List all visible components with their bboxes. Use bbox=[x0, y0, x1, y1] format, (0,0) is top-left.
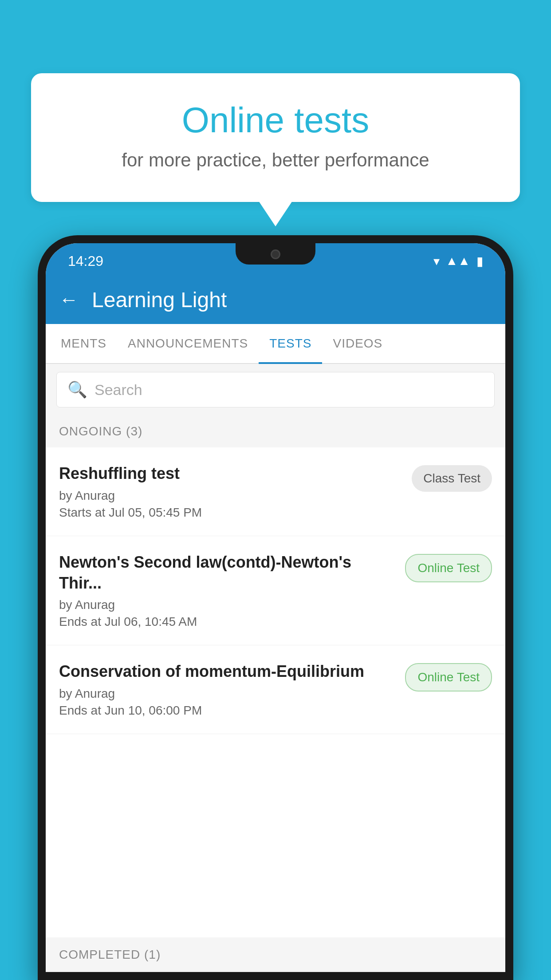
search-icon: 🔍 bbox=[67, 380, 87, 399]
phone-frame: 14:29 ▾ ▲▲ ▮ ← Learning Light MENTS ANNO… bbox=[38, 235, 513, 980]
test-name-2: Newton's Second law(contd)-Newton's Thir… bbox=[59, 552, 396, 594]
speech-bubble-container: Online tests for more practice, better p… bbox=[31, 73, 520, 202]
app-title: Learning Light bbox=[92, 288, 227, 312]
completed-section-header: COMPLETED (1) bbox=[46, 937, 505, 972]
test-date-1: Starts at Jul 05, 05:45 PM bbox=[59, 506, 403, 520]
wifi-icon: ▾ bbox=[433, 254, 440, 269]
status-time: 14:29 bbox=[68, 253, 103, 269]
bubble-subtitle: for more practice, better performance bbox=[62, 150, 489, 171]
search-container: 🔍 Search bbox=[46, 364, 505, 415]
signal-icon: ▲▲ bbox=[446, 254, 470, 268]
test-badge-2: Online Test bbox=[405, 554, 492, 582]
tab-tests[interactable]: TESTS bbox=[259, 324, 322, 363]
back-button[interactable]: ← bbox=[59, 288, 79, 311]
test-badge-3: Online Test bbox=[405, 663, 492, 692]
status-icons: ▾ ▲▲ ▮ bbox=[433, 254, 483, 269]
search-bar[interactable]: 🔍 Search bbox=[56, 372, 495, 407]
app-bar: ← Learning Light bbox=[46, 275, 505, 324]
front-camera bbox=[271, 249, 280, 259]
search-input[interactable]: Search bbox=[94, 381, 142, 399]
tab-announcements[interactable]: ANNOUNCEMENTS bbox=[117, 324, 259, 363]
tab-ments[interactable]: MENTS bbox=[50, 324, 117, 363]
battery-icon: ▮ bbox=[476, 254, 483, 269]
phone-notch bbox=[236, 243, 315, 265]
test-item-2[interactable]: Newton's Second law(contd)-Newton's Thir… bbox=[46, 536, 505, 646]
test-list: Reshuffling test by Anurag Starts at Jul… bbox=[46, 447, 505, 734]
test-item-1[interactable]: Reshuffling test by Anurag Starts at Jul… bbox=[46, 447, 505, 536]
phone-inner: 14:29 ▾ ▲▲ ▮ ← Learning Light MENTS ANNO… bbox=[46, 243, 505, 972]
test-info-2: Newton's Second law(contd)-Newton's Thir… bbox=[59, 552, 405, 629]
test-name-3: Conservation of momentum-Equilibrium bbox=[59, 661, 396, 682]
test-info-1: Reshuffling test by Anurag Starts at Jul… bbox=[59, 463, 412, 520]
test-item-3[interactable]: Conservation of momentum-Equilibrium by … bbox=[46, 645, 505, 734]
test-name-1: Reshuffling test bbox=[59, 463, 403, 484]
tab-bar: MENTS ANNOUNCEMENTS TESTS VIDEOS bbox=[46, 324, 505, 364]
test-date-2: Ends at Jul 06, 10:45 AM bbox=[59, 615, 396, 629]
ongoing-section-header: ONGOING (3) bbox=[46, 415, 505, 447]
test-author-1: by Anurag bbox=[59, 489, 403, 503]
tab-videos[interactable]: VIDEOS bbox=[322, 324, 393, 363]
bubble-title: Online tests bbox=[62, 100, 489, 141]
test-date-3: Ends at Jun 10, 06:00 PM bbox=[59, 703, 396, 718]
test-info-3: Conservation of momentum-Equilibrium by … bbox=[59, 661, 405, 718]
test-author-3: by Anurag bbox=[59, 687, 396, 701]
test-badge-1: Class Test bbox=[412, 465, 492, 492]
speech-bubble: Online tests for more practice, better p… bbox=[31, 73, 520, 202]
test-author-2: by Anurag bbox=[59, 598, 396, 612]
